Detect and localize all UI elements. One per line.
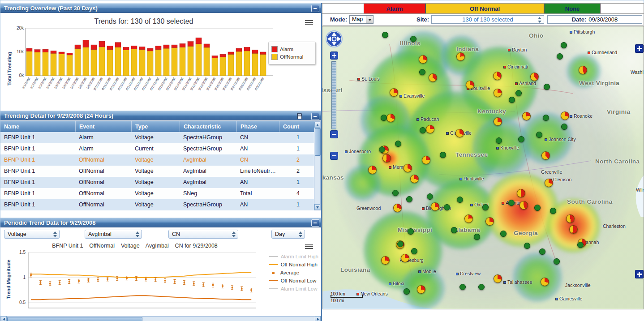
site-marker-none[interactable] bbox=[539, 248, 545, 255]
site-marker-none[interactable] bbox=[404, 288, 410, 295]
legend-item-alarm-limit-low[interactable]: Alarm Limit Low bbox=[269, 285, 318, 293]
site-marker-none[interactable] bbox=[444, 204, 450, 210]
map-legend-off-normal[interactable]: Off Normal bbox=[425, 4, 544, 13]
site-marker-alarm[interactable] bbox=[422, 156, 430, 164]
site-marker-none[interactable] bbox=[550, 208, 556, 214]
site-marker-none[interactable] bbox=[515, 90, 522, 96]
site-marker-none[interactable] bbox=[381, 115, 387, 121]
legend-item-alarm[interactable]: Alarm bbox=[271, 46, 313, 52]
site-marker-alarm[interactable] bbox=[493, 72, 502, 80]
periodic-minimize-button[interactable] bbox=[311, 219, 319, 227]
spinner-arrows-icon[interactable] bbox=[538, 17, 542, 23]
scroll-down-button[interactable] bbox=[314, 204, 320, 210]
site-marker-alarm[interactable] bbox=[517, 189, 525, 197]
site-marker-none[interactable] bbox=[379, 146, 385, 153]
site-marker-alarm[interactable] bbox=[485, 217, 494, 226]
table-row[interactable]: BFNP Unit 1AlarmCurrentSpectraHGroupAN1 bbox=[0, 143, 314, 154]
site-marker-none[interactable] bbox=[440, 152, 446, 158]
site-marker-none[interactable] bbox=[536, 132, 542, 138]
site-marker-none[interactable] bbox=[554, 258, 560, 265]
site-marker-alarm[interactable] bbox=[494, 117, 502, 126]
site-marker-none[interactable] bbox=[496, 137, 502, 144]
site-marker-alarm[interactable] bbox=[569, 225, 578, 234]
site-marker-none[interactable] bbox=[474, 234, 480, 240]
filter-select-avgimbal[interactable]: AvgImbal bbox=[85, 230, 142, 239]
site-marker-none[interactable] bbox=[459, 284, 466, 290]
site-marker-none[interactable] bbox=[557, 53, 563, 60]
date-field[interactable]: Date: 09/30/2008 bbox=[547, 15, 642, 24]
scrollbar-thumb[interactable] bbox=[315, 128, 321, 156]
map-pan-control[interactable] bbox=[325, 30, 343, 50]
site-marker-none[interactable] bbox=[408, 228, 414, 235]
site-marker-none[interactable] bbox=[509, 97, 515, 103]
map-legend-none[interactable]: None bbox=[544, 4, 601, 13]
column-header-event[interactable]: Event bbox=[75, 121, 131, 132]
legend-item-off-normal-low[interactable]: Off Normal Low bbox=[269, 277, 318, 285]
column-header-characteristic[interactable]: Characteristic bbox=[180, 121, 236, 132]
site-marker-none[interactable] bbox=[411, 248, 417, 254]
site-marker-alarm[interactable] bbox=[541, 278, 549, 286]
scroll-left-button[interactable] bbox=[1, 316, 7, 321]
save-icon[interactable] bbox=[296, 112, 303, 121]
overview-minimize-button[interactable] bbox=[311, 5, 319, 12]
scrollbar-thumb[interactable] bbox=[7, 317, 142, 321]
site-marker-alarm[interactable] bbox=[390, 88, 398, 97]
site-marker-alarm[interactable] bbox=[519, 201, 528, 210]
column-header-count[interactable]: Count bbox=[279, 121, 306, 132]
site-marker-none[interactable] bbox=[482, 204, 489, 210]
site-marker-none[interactable] bbox=[524, 243, 530, 249]
site-marker-none[interactable] bbox=[543, 115, 549, 121]
site-marker-none[interactable] bbox=[419, 69, 425, 75]
site-marker-alarm[interactable] bbox=[456, 52, 465, 61]
table-row[interactable]: BFNP Unit 1OffNormalVoltageSNegTotal4 bbox=[0, 188, 314, 199]
site-marker-none[interactable] bbox=[457, 197, 463, 203]
detail-minimize-button[interactable] bbox=[311, 113, 319, 120]
filter-select-cn[interactable]: CN bbox=[168, 230, 238, 239]
site-marker-alarm[interactable] bbox=[561, 111, 569, 120]
site-marker-alarm[interactable] bbox=[426, 125, 434, 133]
site-marker-alarm[interactable] bbox=[404, 164, 412, 172]
chevron-down-icon[interactable] bbox=[366, 16, 373, 23]
site-marker-none[interactable] bbox=[406, 196, 412, 202]
zoom-out-button-2[interactable] bbox=[330, 152, 338, 160]
site-marker-alarm[interactable] bbox=[579, 66, 587, 74]
site-marker-alarm[interactable] bbox=[494, 274, 502, 283]
site-marker-alarm[interactable] bbox=[455, 129, 464, 137]
map-legend-alarm[interactable]: Alarm bbox=[364, 4, 425, 13]
site-marker-none[interactable] bbox=[395, 141, 401, 147]
legend-item-average[interactable]: Average bbox=[269, 269, 318, 277]
site-marker-none[interactable] bbox=[544, 84, 550, 90]
table-row[interactable]: BFNP Unit 1AlarmVoltageSpectraHGroupCN1 bbox=[0, 132, 314, 143]
zoom-in-button[interactable] bbox=[330, 51, 338, 60]
scroll-up-button[interactable] bbox=[314, 122, 320, 128]
expand-panel-button-bottom[interactable] bbox=[635, 270, 644, 278]
site-marker-alarm[interactable] bbox=[386, 114, 395, 122]
zoom-out-button[interactable] bbox=[330, 130, 338, 138]
filter-select-day[interactable]: Day bbox=[271, 230, 305, 239]
site-marker-alarm[interactable] bbox=[494, 89, 502, 97]
site-marker-alarm[interactable] bbox=[368, 166, 377, 174]
table-row[interactable]: BFNP Unit 1OffNormalVoltageSpectraHGroup… bbox=[0, 199, 314, 210]
site-marker-alarm[interactable] bbox=[382, 154, 391, 163]
site-marker-none[interactable] bbox=[577, 242, 584, 248]
site-marker-none[interactable] bbox=[478, 284, 485, 290]
left-horizontal-scrollbar[interactable] bbox=[0, 316, 321, 321]
scroll-right-button[interactable] bbox=[315, 316, 321, 321]
site-marker-none[interactable] bbox=[561, 124, 567, 130]
zoom-slider[interactable] bbox=[331, 61, 336, 129]
legend-item-offnormal[interactable]: OffNormal bbox=[271, 54, 313, 60]
site-marker-none[interactable] bbox=[382, 32, 388, 38]
site-marker-alarm[interactable] bbox=[410, 175, 419, 183]
site-marker-none[interactable] bbox=[451, 227, 457, 233]
site-marker-alarm[interactable] bbox=[431, 202, 439, 211]
column-header-name[interactable]: Name bbox=[0, 121, 75, 132]
table-row[interactable]: BFNP Unit 1OffNormalVoltageAvgImbalCN2 bbox=[0, 154, 314, 166]
site-marker-alarm[interactable] bbox=[419, 55, 427, 64]
mode-select[interactable]: Map bbox=[349, 15, 374, 24]
legend-item-off-normal-high[interactable]: Off Normal High bbox=[269, 261, 318, 269]
legend-item-alarm-limit-high[interactable]: Alarm Limit High bbox=[269, 253, 318, 261]
filter-select-voltage[interactable]: Voltage bbox=[4, 230, 60, 239]
column-header-type[interactable]: Type bbox=[131, 121, 180, 132]
site-marker-none[interactable] bbox=[518, 136, 524, 142]
site-marker-alarm[interactable] bbox=[464, 214, 473, 223]
